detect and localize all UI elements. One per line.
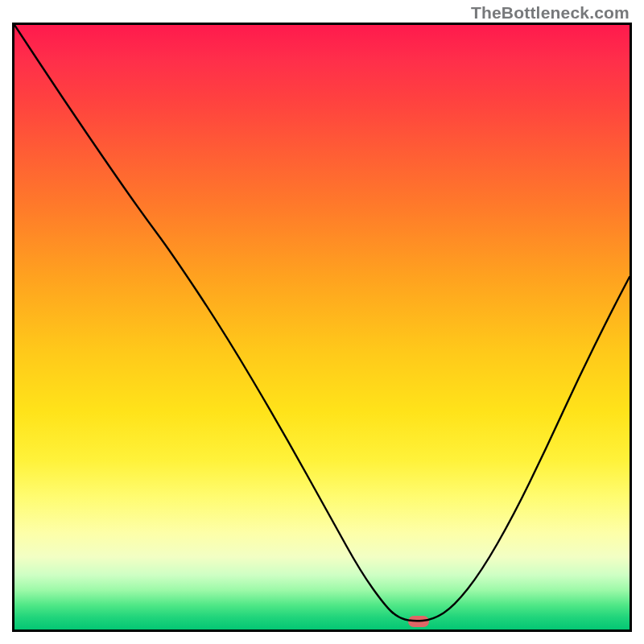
chart-frame xyxy=(12,23,632,632)
watermark-text: TheBottleneck.com xyxy=(471,3,630,23)
bottleneck-curve xyxy=(14,25,630,630)
chart-container: TheBottleneck.com xyxy=(0,0,644,644)
